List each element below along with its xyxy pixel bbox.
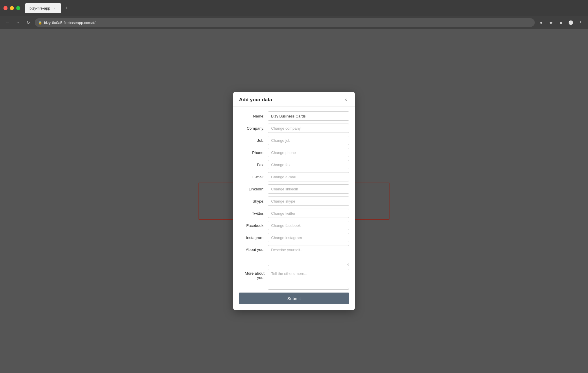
instagram-input[interactable] bbox=[268, 233, 349, 242]
more-about-label: More about you: bbox=[239, 269, 268, 280]
modal-body: Name: Company: Job: Pho bbox=[233, 107, 355, 310]
lock-icon: 🔒 bbox=[38, 21, 42, 25]
facebook-input[interactable] bbox=[268, 221, 349, 230]
tab-close-button[interactable]: × bbox=[53, 6, 57, 10]
facebook-label: Facebook: bbox=[239, 223, 268, 228]
linkedin-input[interactable] bbox=[268, 184, 349, 194]
name-input[interactable] bbox=[268, 111, 349, 121]
new-tab-button[interactable]: + bbox=[63, 4, 71, 12]
submit-button[interactable]: Submit bbox=[239, 293, 349, 304]
job-row: Job: bbox=[239, 136, 349, 145]
location-icon[interactable]: ● bbox=[537, 19, 545, 27]
address-bar[interactable]: 🔒 bizy-6a0a5.firebaseapp.com/#/ bbox=[35, 18, 535, 27]
toolbar-actions: ● ★ ■ ⚪ ⋮ bbox=[537, 19, 585, 27]
url-text: bizy-6a0a5.firebaseapp.com/#/ bbox=[44, 21, 95, 25]
tab-title: bizy-fire-app bbox=[30, 6, 50, 10]
about-row: About you: bbox=[239, 245, 349, 266]
job-input[interactable] bbox=[268, 136, 349, 145]
about-textarea[interactable] bbox=[268, 245, 349, 266]
tab-bar: bizy-fire-app × + bbox=[25, 3, 585, 13]
forward-button[interactable]: → bbox=[14, 19, 22, 27]
more-about-textarea[interactable] bbox=[268, 269, 349, 290]
linkedin-label: LinkedIn: bbox=[239, 187, 268, 191]
twitter-label: Twitter: bbox=[239, 211, 268, 216]
modal-overlay: Add your data × Name: Company: bbox=[0, 29, 588, 373]
maximize-window-button[interactable] bbox=[16, 6, 20, 10]
star-icon[interactable]: ★ bbox=[547, 19, 555, 27]
menu-icon[interactable]: ⋮ bbox=[576, 19, 585, 27]
company-label: Company: bbox=[239, 126, 268, 131]
skype-label: Skype: bbox=[239, 199, 268, 203]
fax-input[interactable] bbox=[268, 160, 349, 169]
minimize-window-button[interactable] bbox=[10, 6, 14, 10]
instagram-label: Instagram: bbox=[239, 236, 268, 240]
job-label: Job: bbox=[239, 138, 268, 143]
extensions-icon[interactable]: ■ bbox=[557, 19, 565, 27]
linkedin-row: LinkedIn: bbox=[239, 184, 349, 194]
email-label: E-mail: bbox=[239, 175, 268, 179]
browser-toolbar: ← → ↻ 🔒 bizy-6a0a5.firebaseapp.com/#/ ● … bbox=[0, 16, 588, 29]
browser-window: bizy-fire-app × + ← → ↻ 🔒 bizy-6a0a5.fir… bbox=[0, 0, 588, 373]
page-content: Add your data × Name: Company: bbox=[0, 29, 588, 373]
facebook-row: Facebook: bbox=[239, 221, 349, 230]
reload-button[interactable]: ↻ bbox=[24, 19, 32, 27]
instagram-row: Instagram: bbox=[239, 233, 349, 242]
name-row: Name: bbox=[239, 111, 349, 121]
modal-title: Add your data bbox=[239, 97, 272, 103]
company-input[interactable] bbox=[268, 124, 349, 133]
skype-row: Skype: bbox=[239, 196, 349, 206]
twitter-row: Twitter: bbox=[239, 209, 349, 218]
twitter-input[interactable] bbox=[268, 209, 349, 218]
active-tab[interactable]: bizy-fire-app × bbox=[25, 3, 61, 13]
profile-icon[interactable]: ⚪ bbox=[567, 19, 575, 27]
more-about-row: More about you: bbox=[239, 269, 349, 290]
phone-row: Phone: bbox=[239, 148, 349, 157]
company-row: Company: bbox=[239, 124, 349, 133]
fax-row: Fax: bbox=[239, 160, 349, 169]
name-label: Name: bbox=[239, 114, 268, 118]
fax-label: Fax: bbox=[239, 163, 268, 167]
traffic-lights bbox=[3, 6, 20, 10]
phone-input[interactable] bbox=[268, 148, 349, 157]
modal-header: Add your data × bbox=[233, 92, 355, 107]
skype-input[interactable] bbox=[268, 196, 349, 206]
back-button[interactable]: ← bbox=[3, 19, 12, 27]
email-row: E-mail: bbox=[239, 172, 349, 181]
phone-label: Phone: bbox=[239, 150, 268, 155]
modal-dialog: Add your data × Name: Company: bbox=[233, 92, 355, 310]
browser-titlebar: bizy-fire-app × + bbox=[0, 0, 588, 16]
about-label: About you: bbox=[239, 245, 268, 252]
close-window-button[interactable] bbox=[3, 6, 8, 10]
email-input[interactable] bbox=[268, 172, 349, 181]
modal-close-button[interactable]: × bbox=[343, 97, 349, 103]
